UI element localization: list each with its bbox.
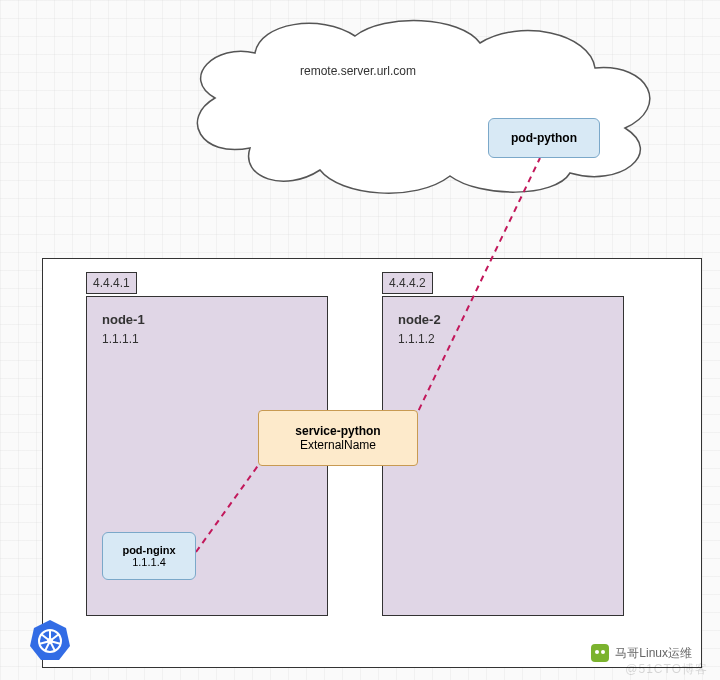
pod-python-label: pod-python bbox=[511, 131, 577, 145]
service-name: service-python bbox=[259, 424, 417, 438]
wechat-icon bbox=[591, 644, 609, 662]
pod-nginx-name: pod-nginx bbox=[103, 544, 195, 556]
node2-ip: 1.1.1.2 bbox=[398, 332, 435, 346]
kubernetes-logo-icon bbox=[28, 618, 72, 662]
pod-nginx-box: pod-nginx 1.1.1.4 bbox=[102, 532, 196, 580]
service-box: service-python ExternalName bbox=[258, 410, 418, 466]
pod-nginx-ip: 1.1.1.4 bbox=[103, 556, 195, 568]
svg-point-11 bbox=[47, 638, 53, 644]
node1-title: node-1 bbox=[102, 312, 145, 327]
pod-python-box: pod-python bbox=[488, 118, 600, 158]
cloud-label: remote.server.url.com bbox=[300, 64, 416, 78]
cloud-shape bbox=[160, 8, 680, 198]
watermark: @51CTO博客 bbox=[625, 661, 708, 678]
service-type: ExternalName bbox=[259, 438, 417, 452]
node1-ip: 1.1.1.1 bbox=[102, 332, 139, 346]
node1-external-ip: 4.4.4.1 bbox=[86, 272, 137, 294]
node2-title: node-2 bbox=[398, 312, 441, 327]
node2-external-ip: 4.4.4.2 bbox=[382, 272, 433, 294]
wechat-badge: 马哥Linux运维 bbox=[591, 644, 692, 662]
wechat-text: 马哥Linux运维 bbox=[615, 645, 692, 662]
